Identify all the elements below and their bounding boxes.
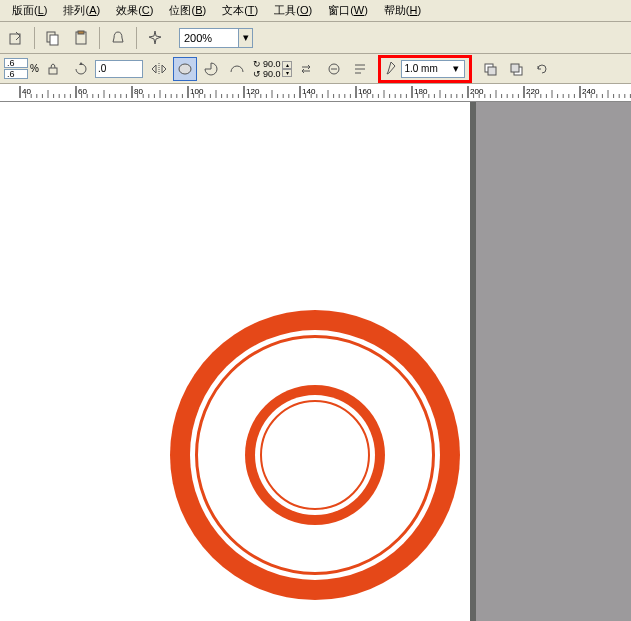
svg-rect-4	[78, 31, 84, 34]
svg-text:100: 100	[190, 87, 204, 96]
mirror-h-button[interactable]	[147, 57, 171, 81]
svg-text:200: 200	[470, 87, 484, 96]
zoom-combo[interactable]: ▾	[179, 28, 253, 48]
property-bar: % ↻90.0 ↺90.0 ▴▾ 1.0 mm ▾	[0, 54, 631, 84]
arc-button[interactable]	[225, 57, 249, 81]
rotation-input[interactable]	[95, 60, 143, 78]
spinner-down-icon[interactable]: ▾	[282, 69, 292, 77]
svg-point-7	[179, 64, 191, 74]
menu-help[interactable]: 帮助(H)	[376, 1, 429, 20]
size-y-input[interactable]	[4, 69, 28, 79]
toolbar-separator	[34, 27, 35, 49]
menu-layout[interactable]: 版面(L)	[4, 1, 55, 20]
pie-button[interactable]	[199, 57, 223, 81]
menu-label: 位图	[169, 4, 191, 16]
menu-label: 窗口	[328, 4, 350, 16]
svg-rect-13	[488, 67, 496, 75]
export-icon	[8, 30, 24, 46]
svg-text:40: 40	[22, 87, 31, 96]
menu-label: 帮助	[384, 4, 406, 16]
toolbar-button-5[interactable]	[143, 26, 167, 50]
swap-icon	[299, 62, 313, 76]
spinner-up-icon[interactable]: ▴	[282, 61, 292, 69]
rotate-icon	[74, 62, 88, 76]
toolbar-separator	[99, 27, 100, 49]
menu-label: 效果	[116, 4, 138, 16]
off-page-area	[476, 102, 631, 621]
svg-rect-5	[49, 68, 57, 74]
rotate-button[interactable]	[69, 57, 93, 81]
direction-button[interactable]	[294, 57, 318, 81]
toolbar-button-2[interactable]	[41, 26, 65, 50]
svg-text:180: 180	[414, 87, 428, 96]
toolbar-separator	[136, 27, 137, 49]
menu-bitmap[interactable]: 位图(B)	[161, 1, 214, 20]
svg-rect-15	[511, 64, 519, 72]
menu-label: 版面	[12, 4, 34, 16]
pen-icon	[385, 61, 397, 77]
canvas[interactable]	[0, 102, 631, 621]
menu-label: 排列	[63, 4, 85, 16]
angle2-value: 90.0	[263, 69, 281, 79]
ruler-ticks: 406080100120140160180200220240	[0, 84, 631, 102]
lock-icon	[46, 62, 60, 76]
outline-width-highlight: 1.0 mm ▾	[378, 55, 472, 83]
menu-window[interactable]: 窗口(W)	[320, 1, 376, 20]
angle-ccw-icon: ↺	[253, 69, 261, 79]
angle-cw-icon: ↻	[253, 59, 261, 69]
svg-text:140: 140	[302, 87, 316, 96]
toolbar-button-1[interactable]	[4, 26, 28, 50]
toolbar-button-4[interactable]	[106, 26, 130, 50]
angle1-value: 90.0	[263, 59, 281, 69]
convert-button[interactable]	[322, 57, 346, 81]
svg-text:80: 80	[134, 87, 143, 96]
inner-ring-stroke[interactable]	[260, 400, 370, 510]
lock-ratio-button[interactable]	[41, 57, 65, 81]
svg-text:240: 240	[582, 87, 596, 96]
angle-group: ↻90.0 ↺90.0	[253, 59, 281, 79]
outline-width-value: 1.0 mm	[404, 63, 450, 74]
arc-icon	[229, 62, 245, 76]
main-toolbar: ▾	[0, 22, 631, 54]
to-front-icon	[483, 62, 497, 76]
svg-text:220: 220	[526, 87, 540, 96]
menu-tools[interactable]: 工具(O)	[266, 1, 320, 20]
menu-text[interactable]: 文本(T)	[214, 1, 266, 20]
bell-icon	[110, 30, 126, 46]
copy-icon	[45, 30, 61, 46]
outline-width-combo[interactable]: 1.0 mm ▾	[401, 60, 465, 78]
toolbar-button-3[interactable]	[69, 26, 93, 50]
percent-label: %	[30, 63, 39, 74]
to-front-button[interactable]	[478, 57, 502, 81]
zoom-input[interactable]	[180, 32, 238, 44]
align-button[interactable]	[348, 57, 372, 81]
to-back-icon	[509, 62, 523, 76]
refresh-icon	[535, 62, 549, 76]
menu-effects[interactable]: 效果(C)	[108, 1, 161, 20]
menu-bar: 版面(L) 排列(A) 效果(C) 位图(B) 文本(T) 工具(O) 窗口(W…	[0, 0, 631, 22]
svg-text:160: 160	[358, 87, 372, 96]
menu-arrange[interactable]: 排列(A)	[55, 1, 108, 20]
svg-rect-0	[10, 34, 20, 44]
pie-icon	[203, 62, 219, 76]
ellipse-icon	[177, 62, 193, 76]
convert-icon	[327, 62, 341, 76]
menu-label: 文本	[222, 4, 244, 16]
size-group	[4, 58, 28, 79]
paste-icon	[73, 30, 89, 46]
svg-rect-2	[50, 35, 58, 45]
spark-icon	[147, 30, 163, 46]
svg-text:120: 120	[246, 87, 260, 96]
to-back-button[interactable]	[504, 57, 528, 81]
menu-label: 工具	[274, 4, 296, 16]
angle-spinner[interactable]: ▴▾	[282, 61, 292, 77]
size-x-input[interactable]	[4, 58, 28, 68]
ellipse-tool-button[interactable]	[173, 57, 197, 81]
align-icon	[353, 62, 367, 76]
chevron-down-icon[interactable]: ▾	[450, 62, 462, 75]
chevron-down-icon[interactable]: ▾	[238, 29, 252, 47]
svg-text:60: 60	[78, 87, 87, 96]
refresh-button[interactable]	[530, 57, 554, 81]
horizontal-ruler[interactable]: 406080100120140160180200220240	[0, 84, 631, 102]
mirror-h-icon	[151, 62, 167, 76]
